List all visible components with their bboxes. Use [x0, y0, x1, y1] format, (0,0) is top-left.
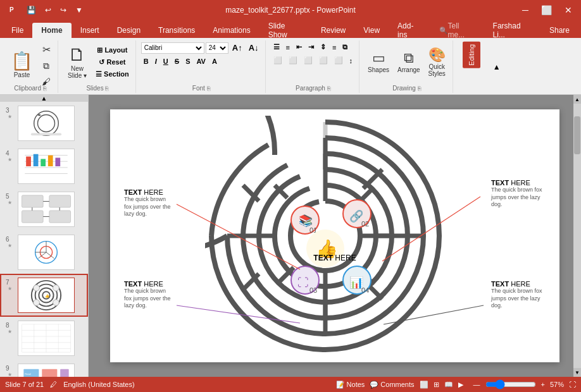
- layout-button[interactable]: ⊞ Layout: [93, 45, 132, 56]
- svg-line-66: [363, 169, 382, 188]
- font-color-btn[interactable]: A: [209, 56, 220, 66]
- arrange-button[interactable]: ⧉ Arrange: [394, 49, 423, 75]
- svg-point-41: [34, 300, 40, 306]
- strikethrough-btn[interactable]: S: [172, 56, 182, 66]
- zoom-slider[interactable]: [485, 379, 536, 389]
- align-center-btn[interactable]: ⬜: [286, 55, 300, 66]
- minimize-btn[interactable]: ─: [518, 4, 532, 16]
- reading-view-btn[interactable]: 📖: [444, 381, 453, 389]
- shadow-btn[interactable]: S: [183, 56, 192, 66]
- slide-sorter-btn[interactable]: ⊞: [434, 381, 439, 389]
- notes-btn[interactable]: 📝 Notes: [336, 381, 365, 389]
- comments-btn[interactable]: 💬 Comments: [370, 381, 414, 389]
- underline-btn[interactable]: U: [161, 56, 171, 66]
- section-button[interactable]: ☰ Section: [93, 69, 132, 80]
- drawing-group: ▭ Shapes ⧉ Arrange 🎨 QuickStyles Drawing…: [361, 40, 453, 93]
- scroll-down-arrow[interactable]: ▼: [573, 368, 581, 377]
- align-right-btn[interactable]: ⬜: [301, 55, 315, 66]
- font-shrink-btn[interactable]: A↓: [246, 42, 261, 54]
- text-direction-btn[interactable]: ⇕: [318, 42, 328, 52]
- fit-slide-btn[interactable]: ⛶: [569, 381, 576, 388]
- notes-icon: 📝: [336, 381, 345, 389]
- text-here-02: TEXT: [491, 179, 509, 187]
- arrange-icon: ⧉: [404, 51, 414, 65]
- redo-btn[interactable]: ↪: [58, 4, 69, 16]
- numbering-btn[interactable]: ≡: [284, 42, 292, 52]
- new-slide-button[interactable]: 🗋 NewSlide ▾: [63, 43, 91, 82]
- font-size-select[interactable]: 24: [206, 42, 228, 54]
- slide-canvas[interactable]: 📚 01 🔗 02 ⛶ 03 📊 04 👍: [110, 109, 559, 362]
- tab-design[interactable]: Design: [108, 23, 149, 38]
- col-btn[interactable]: ⬜: [332, 55, 346, 66]
- slide-7-thumbnail: 👍: [18, 278, 75, 313]
- smartart-btn[interactable]: ⧉: [340, 42, 350, 52]
- slideshow-btn[interactable]: ▶: [458, 381, 463, 389]
- status-right: 📝 Notes 💬 Comments ⬜ ⊞ 📖 ▶ — + 57% ⛶: [336, 379, 576, 389]
- tab-file[interactable]: File: [3, 23, 32, 38]
- slide-thumb-8[interactable]: 8 ★: [0, 317, 88, 360]
- bullets-btn[interactable]: ☰: [271, 42, 282, 52]
- tab-tellme[interactable]: 🔍 Tell me...: [430, 23, 484, 38]
- undo-btn[interactable]: ↩: [42, 4, 54, 16]
- scroll-up-btn[interactable]: ▲: [0, 95, 88, 102]
- bold-btn[interactable]: B: [141, 56, 151, 66]
- normal-view-btn[interactable]: ⬜: [420, 381, 428, 389]
- close-btn[interactable]: ✕: [561, 4, 576, 16]
- svg-rect-54: [42, 369, 57, 377]
- slide-thumb-3[interactable]: 3 ★ ◀▶: [0, 102, 88, 145]
- reset-button[interactable]: ↺ Reset: [93, 57, 132, 68]
- slide-thumb-9[interactable]: 9 ★ Retail: [0, 360, 88, 377]
- shapes-button[interactable]: ▭ Shapes: [365, 49, 392, 75]
- align-left-btn[interactable]: ⬜: [271, 55, 285, 66]
- tab-view[interactable]: View: [354, 23, 389, 38]
- description-01: The quick brown fox jumps over the lazy …: [124, 196, 175, 218]
- tab-insert[interactable]: Insert: [72, 23, 108, 38]
- justify-btn[interactable]: ⬜: [316, 55, 330, 66]
- tab-addins[interactable]: Add-ins: [389, 23, 430, 38]
- status-left: Slide 7 of 21 🖊 English (United States): [5, 381, 135, 388]
- paste-button[interactable]: 📋 Paste: [6, 49, 37, 82]
- slide-3-thumbnail: ◀▶: [18, 106, 75, 141]
- decrease-indent-btn[interactable]: ⇤: [294, 42, 304, 52]
- scroll-up-arrow[interactable]: ▲: [573, 95, 581, 104]
- line-spacing-btn[interactable]: ↕: [347, 56, 356, 66]
- slides-label: Slides ⎘: [59, 85, 135, 92]
- align-text-btn[interactable]: ≡: [330, 42, 339, 52]
- copy-button[interactable]: ⧉: [39, 59, 54, 73]
- center-label: TEXT HERE: [313, 254, 356, 262]
- vertical-scrollbar[interactable]: ▲ ▼: [573, 95, 581, 377]
- italic-btn[interactable]: I: [153, 56, 159, 66]
- tab-home[interactable]: Home: [32, 23, 71, 38]
- paragraph-label: Paragraph ⎘: [267, 85, 359, 92]
- font-group: Calibri 24 A↑ A↓ B I U S S AV A Font ⎘: [137, 40, 266, 93]
- slide-thumb-6[interactable]: 6 ★: [0, 231, 88, 274]
- slide-thumb-7[interactable]: 7 ★ 👍: [0, 274, 88, 317]
- tab-transitions[interactable]: Transitions: [149, 23, 204, 38]
- cut-button[interactable]: ✂: [39, 42, 54, 58]
- paragraph-group: ☰ ≡ ⇤ ⇥ ⇕ ≡ ⧉ ⬜ ⬜ ⬜ ⬜ ⬜ ↕ Paragraph ⎘: [267, 40, 360, 93]
- tab-review[interactable]: Review: [312, 23, 354, 38]
- svg-rect-18: [22, 195, 43, 207]
- font-name-select[interactable]: Calibri: [141, 42, 204, 54]
- slide-thumb-4[interactable]: 4 ★: [0, 145, 88, 188]
- increase-indent-btn[interactable]: ⇥: [306, 42, 316, 52]
- svg-rect-57: [60, 369, 69, 377]
- tab-animations[interactable]: Animations: [204, 23, 259, 38]
- ribbon-collapse-btn[interactable]: ▲: [490, 40, 503, 93]
- svg-rect-13: [34, 154, 39, 166]
- clipboard-label: Clipboard ⎘: [3, 85, 58, 92]
- quick-styles-button[interactable]: 🎨 QuickStyles: [425, 46, 449, 79]
- font-grow-btn[interactable]: A↑: [230, 42, 245, 54]
- customize-btn[interactable]: ▼: [73, 4, 85, 16]
- powerpoint-logo[interactable]: P: [5, 3, 20, 18]
- accessibility-btn[interactable]: 🖊: [50, 381, 57, 388]
- slide-thumb-5[interactable]: 5 ★: [0, 188, 88, 231]
- tab-share[interactable]: Share: [540, 23, 578, 38]
- tab-user[interactable]: Farshad Li...: [484, 23, 540, 38]
- tab-slideshow[interactable]: Slide Show: [259, 23, 312, 38]
- label-02: TEXT HERE The quick brown fox jumps over…: [491, 179, 548, 209]
- restore-btn[interactable]: ⬜: [537, 4, 556, 16]
- editing-label: Editing: [463, 42, 480, 68]
- char-spacing-btn[interactable]: AV: [194, 56, 208, 66]
- save-btn[interactable]: 💾: [24, 4, 39, 16]
